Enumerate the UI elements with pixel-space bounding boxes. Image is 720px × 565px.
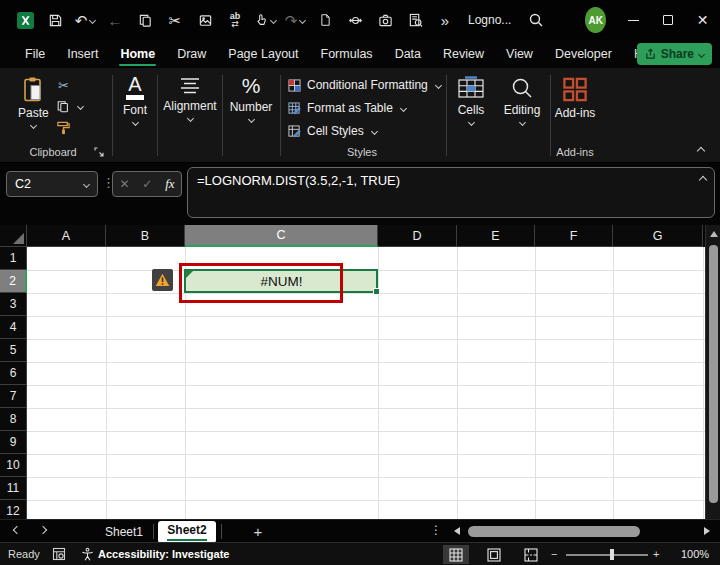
editing-group-button[interactable]: Editing [497, 76, 547, 125]
scroll-right-icon[interactable] [704, 527, 710, 535]
scroll-left-icon[interactable] [454, 527, 460, 535]
sheet-tab-sheet1[interactable]: Sheet1 [100, 520, 148, 543]
macro-record-icon[interactable] [52, 543, 66, 565]
chevron-down-icon[interactable] [400, 104, 407, 111]
camera-icon[interactable] [374, 8, 396, 32]
share-button[interactable]: Share [637, 43, 712, 65]
next-sheet-icon[interactable] [39, 526, 47, 534]
tab-insert[interactable]: Insert [56, 40, 109, 68]
find-replace-icon[interactable]: ab⇄ [224, 8, 246, 32]
format-painter-icon[interactable] [56, 120, 71, 136]
cut-icon[interactable]: ✂ [164, 8, 186, 32]
tab-view[interactable]: View [495, 40, 544, 68]
chevron-down-icon[interactable] [30, 122, 37, 129]
cut-icon[interactable]: ✂ [58, 78, 69, 93]
column-header-e[interactable]: E [457, 225, 535, 247]
touch-mode-button[interactable] [254, 8, 276, 32]
picture-icon[interactable] [194, 8, 216, 32]
zoom-level[interactable]: 100% [681, 543, 709, 565]
row-header-7[interactable]: 7 [0, 385, 27, 408]
zoom-slider-track[interactable] [566, 554, 648, 556]
vertical-scrollbar[interactable] [705, 225, 720, 519]
error-trace-button[interactable] [152, 269, 173, 291]
cell-styles-button[interactable]: Cell Styles [288, 124, 377, 138]
horizontal-scrollbar[interactable] [452, 523, 712, 540]
zoom-in-button[interactable]: + [653, 543, 659, 565]
format-as-table-button[interactable]: Format as Table [288, 101, 406, 115]
font-group-button[interactable]: A Font [114, 74, 156, 125]
cells-group-button[interactable]: Cells [448, 76, 494, 125]
row-header-8[interactable]: 8 [0, 408, 27, 431]
row-header-4[interactable]: 4 [0, 316, 27, 339]
fill-handle[interactable] [373, 288, 380, 295]
zoom-out-button[interactable]: − [551, 543, 557, 565]
row-header-2[interactable]: 2 [0, 270, 27, 293]
new-document-icon[interactable] [314, 8, 336, 32]
chevron-down-icon[interactable] [467, 119, 474, 126]
zoom-slider-thumb[interactable] [610, 549, 614, 560]
close-button[interactable]: ✕ [685, 0, 720, 40]
maximize-button[interactable] [651, 0, 686, 40]
tab-home[interactable]: Home [109, 40, 166, 68]
select-all-corner[interactable] [0, 225, 27, 247]
column-header-f[interactable]: F [535, 225, 613, 247]
chevron-down-icon[interactable] [131, 119, 138, 126]
column-header-c[interactable]: C [185, 225, 378, 247]
page-break-preview-button[interactable] [518, 545, 544, 564]
chevron-down-icon[interactable] [77, 103, 84, 110]
row-header-6[interactable]: 6 [0, 362, 27, 385]
search-icon[interactable] [525, 8, 547, 32]
column-header-b[interactable]: B [106, 225, 185, 247]
name-box[interactable]: C2 [6, 171, 98, 197]
formula-input[interactable]: =LOGNORM.DIST(3.5,2,-1, TRUE) [187, 167, 715, 218]
chevron-down-icon[interactable] [371, 127, 378, 134]
tab-draw[interactable]: Draw [166, 40, 217, 68]
tab-developer[interactable]: Developer [544, 40, 623, 68]
copy-icon[interactable] [134, 8, 156, 32]
column-header-a[interactable]: A [27, 225, 106, 247]
tab-data[interactable]: Data [384, 40, 432, 68]
chevron-down-icon[interactable] [83, 180, 90, 187]
chevron-down-icon[interactable] [89, 16, 96, 23]
row-header-12[interactable]: 12 [0, 500, 27, 519]
paste-button[interactable]: Paste [18, 76, 49, 128]
chevron-down-icon[interactable] [270, 16, 277, 23]
dialog-launcher-icon[interactable] [94, 147, 104, 157]
copy-icon[interactable] [56, 99, 70, 114]
accessibility-status[interactable]: Accessibility: Investigate [98, 543, 229, 565]
tab-file[interactable]: File [14, 40, 56, 68]
sheet-tab-sheet2[interactable]: Sheet2 [158, 521, 216, 543]
horizontal-scrollbar-thumb[interactable] [468, 526, 640, 537]
save-icon[interactable] [44, 8, 66, 32]
minimize-button[interactable] [616, 0, 651, 40]
more-commands-icon[interactable]: » [434, 8, 456, 32]
chevron-down-icon[interactable] [186, 115, 193, 122]
collapse-ribbon-icon[interactable] [697, 147, 705, 155]
chevron-down-icon[interactable] [247, 116, 254, 123]
avatar[interactable]: AK [585, 7, 606, 33]
row-header-9[interactable]: 9 [0, 431, 27, 454]
enter-button[interactable]: ✓ [142, 177, 152, 191]
row-header-1[interactable]: 1 [0, 247, 27, 270]
row-header-3[interactable]: 3 [0, 293, 27, 316]
page-layout-view-button[interactable] [481, 545, 507, 564]
prev-sheet-icon[interactable] [13, 526, 21, 534]
accessibility-icon[interactable] [80, 543, 95, 565]
tab-review[interactable]: Review [432, 40, 495, 68]
normal-view-button[interactable] [443, 545, 469, 564]
undo-button[interactable]: ↶ [74, 8, 96, 32]
alignment-group-button[interactable]: Alignment [159, 76, 221, 121]
row-header-5[interactable]: 5 [0, 339, 27, 362]
print-preview-icon[interactable] [404, 8, 426, 32]
tab-formulas[interactable]: Formulas [310, 40, 384, 68]
row-header-11[interactable]: 11 [0, 477, 27, 500]
add-sheet-button[interactable]: + [248, 520, 268, 543]
insert-function-button[interactable]: fx [165, 176, 174, 192]
column-header-d[interactable]: D [378, 225, 457, 247]
vertical-scrollbar-thumb[interactable] [709, 245, 718, 503]
scroll-up-icon[interactable] [710, 231, 718, 237]
quick-print-icon[interactable] [344, 8, 366, 32]
sheet-options-icon[interactable]: ⋮ [430, 523, 442, 537]
number-group-button[interactable]: % Number [224, 74, 278, 122]
chevron-down-icon[interactable] [518, 119, 525, 126]
